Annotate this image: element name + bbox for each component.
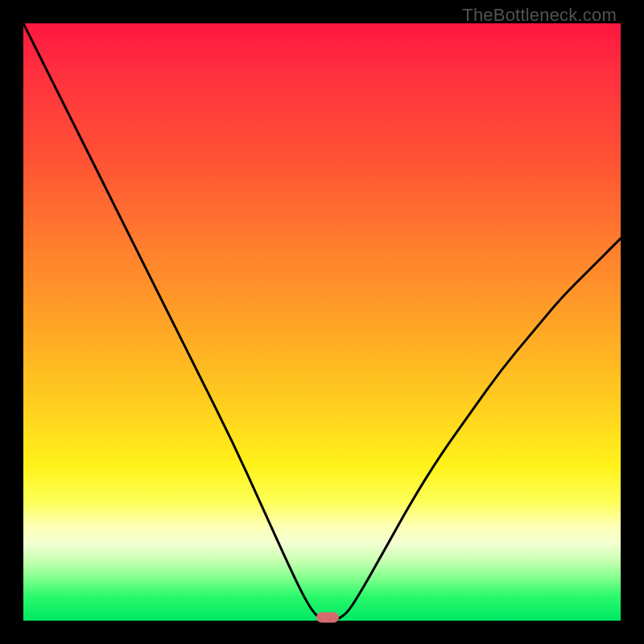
chart-frame: TheBottleneck.com	[0, 0, 644, 644]
bottleneck-curve	[23, 23, 621, 621]
watermark-text: TheBottleneck.com	[462, 5, 617, 26]
optimal-point-marker	[316, 613, 339, 623]
plot-area	[23, 23, 621, 621]
